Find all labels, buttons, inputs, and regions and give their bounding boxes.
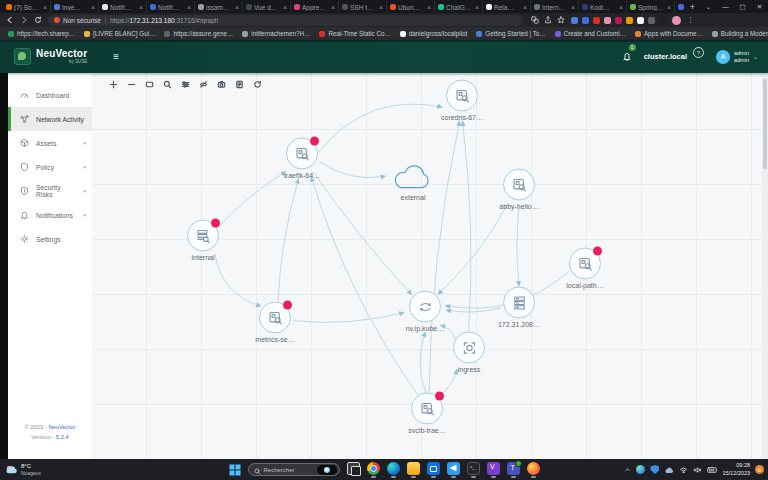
tab-close-icon[interactable]: × <box>283 4 287 11</box>
tab-close-icon[interactable]: × <box>427 4 431 11</box>
extension-icon[interactable] <box>637 17 644 24</box>
menu-kebab-icon[interactable]: ⋮ <box>687 16 694 24</box>
browser-tab[interactable]: Spring…× <box>627 1 675 13</box>
help-icon[interactable]: ? <box>693 47 704 58</box>
graph-node-abby[interactable]: abby-hello… <box>484 169 554 210</box>
graph-node-rack[interactable]: 172.31.208… <box>484 287 554 328</box>
terminal-taskbar-icon[interactable] <box>467 462 480 478</box>
tray-chevron-up-icon[interactable] <box>624 466 631 473</box>
tab-close-icon[interactable]: × <box>667 4 671 11</box>
browser-tab[interactable]: Vue d…× <box>243 1 291 13</box>
zoom-in-icon[interactable] <box>108 79 119 90</box>
browser-tab[interactable]: Appre…× <box>291 1 339 13</box>
browser-tab[interactable]: Rela…× <box>483 1 531 13</box>
chrome-taskbar-icon[interactable] <box>367 462 380 478</box>
sidebar-item-policy[interactable]: Policy▾ <box>8 155 92 179</box>
sidebar-item-security-risks[interactable]: Security Risks▾ <box>8 179 92 203</box>
new-tab-button[interactable]: + <box>685 2 700 12</box>
tab-close-icon[interactable]: × <box>235 4 239 11</box>
extension-icon[interactable] <box>648 17 655 24</box>
taskbar-clock[interactable]: 09:28 15/12/2023 <box>722 462 750 476</box>
bookmark-item[interactable]: Real-Time Static Co… <box>319 30 390 37</box>
tab-close-icon[interactable]: × <box>43 4 47 11</box>
browser-tab[interactable]: issam…× <box>195 1 243 13</box>
keyboard-language-icon[interactable] <box>707 466 717 474</box>
sidebar-item-notifications[interactable]: Notifications▾ <box>8 203 92 227</box>
bookmark-item[interactable]: Create and Customi… <box>555 30 626 37</box>
sidebar-item-settings[interactable]: Settings <box>8 227 92 251</box>
graph-node-ingress[interactable]: ingress <box>434 332 504 373</box>
vscode-taskbar-icon[interactable] <box>447 462 460 478</box>
wifi-icon[interactable] <box>679 466 688 474</box>
onedrive-cloud-icon[interactable] <box>664 466 674 474</box>
firefox-taskbar-icon[interactable] <box>527 462 540 478</box>
browser-tab[interactable]: Notifi…× <box>99 1 147 13</box>
bookmark-item[interactable]: Getting Started | To… <box>476 30 545 37</box>
browser-tab[interactable]: Ubun…× <box>387 1 435 13</box>
security-badge[interactable]: Non sécurisé <box>54 17 101 24</box>
explorer-taskbar-icon[interactable] <box>407 462 420 478</box>
browser-tab[interactable]: NeuV…× <box>675 1 685 13</box>
graph-node-localpath[interactable]: local-path… <box>550 248 620 289</box>
tab-search-icon[interactable]: ⌄ <box>700 0 717 13</box>
bookmark-item[interactable]: [LIVRE BLANC] Gui… <box>84 30 155 37</box>
bookmark-item[interactable]: Building a Modern… <box>712 30 768 37</box>
scrollbar[interactable] <box>762 73 768 459</box>
extension-icon[interactable] <box>626 17 633 24</box>
security-shield-icon[interactable] <box>650 465 659 474</box>
filter-icon[interactable] <box>180 79 191 90</box>
neuvector-logo[interactable]: NeuVector by SUSE <box>0 48 87 65</box>
extension-icon[interactable] <box>593 17 600 24</box>
hide-icon[interactable] <box>198 79 209 90</box>
scrollbar-thumb[interactable] <box>763 79 767 169</box>
bookmark-item[interactable]: Apps with Docume… <box>635 30 703 37</box>
browser-tab[interactable]: Intern…× <box>531 1 579 13</box>
tab-close-icon[interactable]: × <box>91 4 95 11</box>
profile-avatar[interactable] <box>672 16 681 25</box>
bookmark-item[interactable]: https://assure.gene… <box>164 30 233 37</box>
tab-close-icon[interactable]: × <box>475 4 479 11</box>
start-button[interactable] <box>229 464 241 476</box>
tab-close-icon[interactable]: × <box>619 4 623 11</box>
refresh-icon[interactable] <box>252 79 263 90</box>
sidebar-item-dashboard[interactable]: Dashboard <box>8 83 92 107</box>
edge-taskbar-icon[interactable] <box>387 462 400 478</box>
bookmark-item[interactable]: intifernachemen?H… <box>242 30 310 37</box>
back-icon[interactable] <box>6 16 14 24</box>
office-taskbar-icon[interactable] <box>487 462 500 478</box>
graph-node-svclb[interactable]: svclb-trae… <box>392 393 462 434</box>
weather-widget[interactable]: 8°C Nuageux <box>5 463 41 477</box>
bookmark-item[interactable]: https://tech.sharep… <box>8 30 75 37</box>
translate-icon[interactable] <box>531 16 539 24</box>
graph-node-nvip[interactable]: nv.ip.kube… <box>390 291 460 332</box>
extension-icon[interactable] <box>571 17 578 24</box>
extension-icon[interactable] <box>659 17 666 24</box>
sidebar-item-assets[interactable]: Assets▾ <box>8 131 92 155</box>
zoom-out-icon[interactable] <box>126 79 137 90</box>
tab-close-icon[interactable]: × <box>523 4 527 11</box>
share-icon[interactable] <box>544 16 552 24</box>
graph-node-coredns[interactable]: coredns-67… <box>427 80 497 121</box>
graph-node-metrics[interactable]: metrics-se… <box>240 302 310 343</box>
user-menu[interactable]: A admin admin ⌄ <box>716 50 758 64</box>
version-link[interactable]: 5.2.4 <box>56 434 69 440</box>
copilot-icon[interactable] <box>317 465 337 475</box>
tab-close-icon[interactable]: × <box>379 4 383 11</box>
search-icon[interactable] <box>162 79 173 90</box>
legend-icon[interactable] <box>234 79 245 90</box>
menu-toggle-icon[interactable]: ≡ <box>113 51 119 62</box>
browser-tab[interactable]: SSH t…× <box>339 1 387 13</box>
neuvector-link[interactable]: NeuVector <box>48 424 75 430</box>
bookmark-item[interactable]: danielgross/localpilot <box>400 30 467 37</box>
network-graph-canvas[interactable]: coredns-67…traefik-64…externalabby-hello… <box>92 73 762 459</box>
browser-tab[interactable]: Inve…× <box>51 1 99 13</box>
notification-center-bell-icon[interactable]: 🔔 <box>755 465 764 474</box>
extension-icon[interactable] <box>615 17 622 24</box>
browser-tab[interactable]: Kodi…× <box>579 1 627 13</box>
minimize-button[interactable]: — <box>717 0 734 13</box>
reload-icon[interactable] <box>34 16 42 24</box>
graph-node-internal[interactable]: internal <box>168 220 238 261</box>
sidebar-item-network-activity[interactable]: Network Activity <box>8 107 92 131</box>
extension-icon[interactable] <box>604 17 611 24</box>
address-bar[interactable]: Non sécurisé https://172.31.213.180:3171… <box>48 15 523 26</box>
